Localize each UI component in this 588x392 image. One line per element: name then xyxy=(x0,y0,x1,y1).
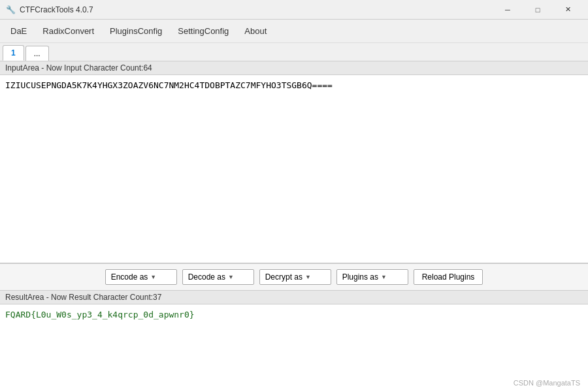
input-area-header: InputArea - Now Input Character Count:64 xyxy=(0,61,588,75)
title-text: CTFCrackTools 4.0.7 xyxy=(20,5,493,14)
maximize-button[interactable]: □ xyxy=(523,0,553,20)
watermark: CSDN @MangataTS xyxy=(514,379,580,387)
tab-bar: 1 ... xyxy=(0,43,588,61)
decrypt-label: Decrypt as xyxy=(265,272,302,282)
main-content: InputArea - Now Input Character Count:64… xyxy=(0,61,588,392)
result-textarea[interactable] xyxy=(0,304,588,392)
tab-1[interactable]: 1 xyxy=(3,45,24,61)
minimize-button[interactable]: ─ xyxy=(493,0,523,20)
decode-dropdown[interactable]: Decode as ▼ xyxy=(182,269,254,285)
menu-about[interactable]: About xyxy=(237,24,274,39)
encode-arrow-icon: ▼ xyxy=(150,274,156,280)
reload-plugins-button[interactable]: Reload Plugins xyxy=(414,269,483,285)
plugins-label: Plugins as xyxy=(342,272,378,282)
plugins-arrow-icon: ▼ xyxy=(381,274,387,280)
plugins-dropdown[interactable]: Plugins as ▼ xyxy=(336,269,408,285)
close-button[interactable]: ✕ xyxy=(553,0,583,20)
result-section: ResultArea - Now Result Character Count:… xyxy=(0,291,588,392)
encode-dropdown[interactable]: Encode as ▼ xyxy=(105,269,177,285)
input-wrapper: InputArea - Now Input Character Count:64 xyxy=(0,61,588,264)
menu-settingconfig[interactable]: SettingConfig xyxy=(170,24,237,39)
menu-radixconvert[interactable]: RadixConvert xyxy=(35,24,102,39)
decode-arrow-icon: ▼ xyxy=(228,274,234,280)
toolbar: Encode as ▼ Decode as ▼ Decrypt as ▼ Plu… xyxy=(0,264,588,291)
app-icon: 🔧 xyxy=(5,5,16,15)
tab-more[interactable]: ... xyxy=(25,46,49,61)
menu-bar: DaE RadixConvert PluginsConfig SettingCo… xyxy=(0,20,588,43)
title-bar: 🔧 CTFCrackTools 4.0.7 ─ □ ✕ xyxy=(0,0,588,20)
decrypt-dropdown[interactable]: Decrypt as ▼ xyxy=(259,269,331,285)
decrypt-arrow-icon: ▼ xyxy=(305,274,311,280)
input-textarea[interactable] xyxy=(0,75,588,263)
encode-label: Encode as xyxy=(111,272,148,282)
menu-pluginsconfig[interactable]: PluginsConfig xyxy=(102,24,170,39)
result-area-header: ResultArea - Now Result Character Count:… xyxy=(0,291,588,304)
decode-label: Decode as xyxy=(188,272,225,282)
menu-dae[interactable]: DaE xyxy=(3,24,35,39)
